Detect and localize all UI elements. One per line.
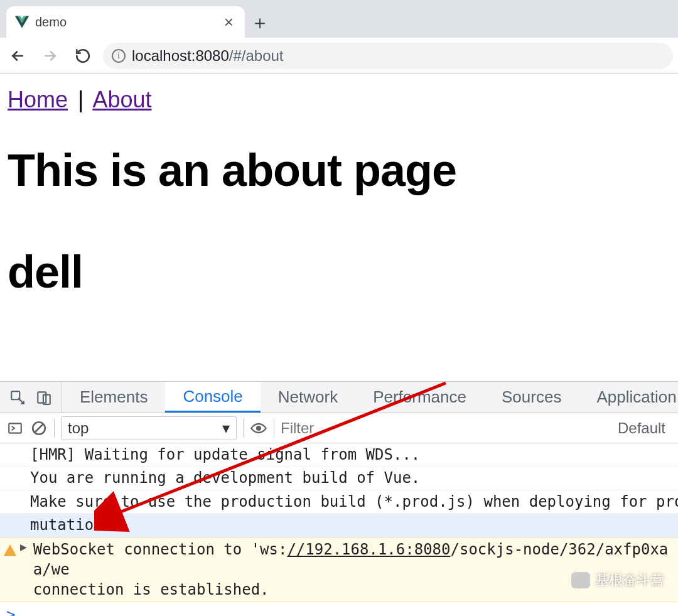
- nav-link-about[interactable]: About: [92, 87, 151, 112]
- page-content: Home | About This is an about page dell: [0, 74, 678, 298]
- devtools-tab-sources[interactable]: Sources: [484, 382, 579, 413]
- console-toolbar: top ▾ Default: [0, 413, 678, 443]
- console-row[interactable]: You are running a development build of V…: [0, 467, 678, 490]
- log-levels-selector[interactable]: Default: [618, 419, 672, 437]
- tab-title: demo: [35, 15, 215, 30]
- svg-rect-1: [38, 392, 46, 403]
- console-row[interactable]: [HMR] Waiting for update signal from WDS…: [0, 443, 678, 467]
- live-expression-icon[interactable]: [250, 419, 267, 437]
- forward-button[interactable]: [38, 43, 63, 68]
- page-subtitle: dell: [8, 246, 670, 298]
- console-row-mutation[interactable]: mutation: [0, 514, 678, 537]
- tab-close-icon[interactable]: ×: [222, 13, 236, 32]
- devtools-tab-elements[interactable]: Elements: [62, 382, 165, 413]
- watermark-text: 基根奋斗营: [595, 571, 664, 590]
- context-selector[interactable]: top ▾: [61, 416, 237, 440]
- devtools-tab-application[interactable]: Application: [579, 382, 678, 413]
- warning-icon: [4, 544, 16, 556]
- chevron-down-icon: ▾: [222, 419, 230, 437]
- console-row-warning[interactable]: ▶ WebSocket connection to 'ws://192.168.…: [0, 538, 678, 602]
- disclosure-triangle-icon[interactable]: ▶: [20, 539, 30, 554]
- watermark: 基根奋斗营: [571, 571, 664, 590]
- site-info-icon[interactable]: i: [112, 49, 126, 63]
- console-prompt[interactable]: >: [0, 602, 678, 616]
- console-filter-input[interactable]: [281, 419, 611, 437]
- nav-separator: |: [74, 87, 87, 112]
- console-row[interactable]: Make sure to use the production build (*…: [0, 490, 678, 514]
- inspect-icon[interactable]: [9, 389, 26, 406]
- toggle-sidebar-icon[interactable]: [6, 419, 24, 437]
- url-text: localhost:8080/#/about: [132, 47, 284, 65]
- reload-button[interactable]: [70, 43, 95, 68]
- address-bar[interactable]: i localhost:8080/#/about: [103, 43, 673, 69]
- nav-link-home[interactable]: Home: [8, 87, 68, 112]
- device-toggle-icon[interactable]: [35, 389, 53, 406]
- devtools-tab-network[interactable]: Network: [261, 382, 355, 413]
- devtools-tab-performance[interactable]: Performance: [355, 382, 484, 413]
- browser-toolbar: i localhost:8080/#/about: [0, 38, 678, 74]
- browser-tab[interactable]: demo ×: [6, 6, 245, 38]
- wechat-icon: [571, 572, 590, 588]
- page-title: This is an about page: [8, 144, 670, 196]
- vue-favicon: [15, 15, 29, 29]
- new-tab-button[interactable]: ＋: [245, 8, 275, 38]
- devtools-tab-console[interactable]: Console: [165, 382, 260, 413]
- devtools-tabstrip: Elements Console Network Performance Sou…: [0, 382, 678, 413]
- svg-point-5: [256, 425, 261, 430]
- back-button[interactable]: [5, 43, 30, 68]
- tab-strip: demo × ＋: [0, 0, 678, 38]
- clear-console-icon[interactable]: [30, 419, 48, 437]
- router-nav: Home | About: [8, 87, 670, 113]
